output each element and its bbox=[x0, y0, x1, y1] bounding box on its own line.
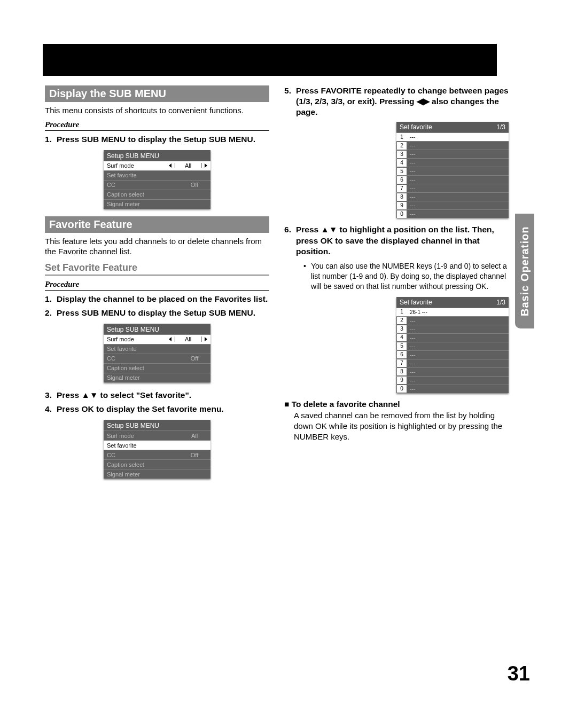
fav-title: Set favorite1/3 bbox=[396, 122, 509, 132]
fav-title: Set favorite1/3 bbox=[396, 297, 509, 308]
fav-row: 8--- bbox=[396, 367, 509, 376]
fav-row: 7--- bbox=[396, 359, 509, 367]
menu-row: Set favorite bbox=[104, 440, 210, 450]
set-favorite-list-1: Set favorite1/31---2---3---4---5---6---7… bbox=[396, 122, 509, 218]
fav-row: 6--- bbox=[396, 175, 509, 184]
fav-row: 9--- bbox=[396, 201, 509, 209]
menu-row: Signal meter bbox=[104, 373, 210, 382]
delete-heading: To delete a favorite channel bbox=[284, 400, 509, 409]
step-d: Press OK to display the Set favorite men… bbox=[45, 404, 269, 414]
set-favorite-list-2: Set favorite1/3126-1 ---2---3---4---5---… bbox=[396, 297, 509, 393]
step-c: Press ▲▼ to select "Set favorite". bbox=[45, 390, 269, 401]
menu-row: Surf modeAll bbox=[104, 334, 210, 344]
fav-row: 9--- bbox=[396, 376, 509, 385]
page-content: Display the SUB MENU This menu consists … bbox=[45, 85, 510, 486]
menu-row: Set favorite bbox=[104, 344, 210, 354]
fav-row: 3--- bbox=[396, 325, 509, 333]
side-tab-basic-operation: Basic Operation bbox=[515, 214, 534, 328]
fav-row: 126-1 --- bbox=[396, 308, 509, 316]
heading-display-sub-menu: Display the SUB MENU bbox=[45, 85, 269, 102]
step-6-text: Press ▲▼ to highlight a position on the … bbox=[296, 225, 494, 255]
menu-row: Caption select bbox=[104, 459, 210, 469]
menu-row: Signal meter bbox=[104, 469, 210, 479]
fav-row: 4--- bbox=[396, 158, 509, 167]
menu-row: Caption select bbox=[104, 190, 210, 199]
menu-row: Surf modeAll bbox=[104, 161, 210, 170]
favorite-intro: This feature lets you add channels to or… bbox=[45, 236, 269, 257]
menu-row: Signal meter bbox=[104, 199, 210, 209]
fav-row: 2--- bbox=[396, 141, 509, 150]
fav-row: 7--- bbox=[396, 184, 509, 192]
subheading-set-favorite: Set Favorite Feature bbox=[45, 262, 269, 276]
left-column: Display the SUB MENU This menu consists … bbox=[45, 85, 269, 486]
menu-row: Caption select bbox=[104, 363, 210, 373]
fav-row: 2--- bbox=[396, 316, 509, 325]
menu-row: Surf modeAll bbox=[104, 430, 210, 440]
fav-row: 6--- bbox=[396, 350, 509, 359]
fav-row: 3--- bbox=[396, 150, 509, 158]
step-a: Display the channel to be placed on the … bbox=[45, 294, 269, 304]
procedure-label-2: Procedure bbox=[45, 280, 269, 291]
fav-row: 4--- bbox=[396, 333, 509, 342]
menu-title: Setup SUB MENU bbox=[104, 324, 210, 334]
menu-title: Setup SUB MENU bbox=[104, 420, 210, 430]
setup-sub-menu-2: Setup SUB MENUSurf modeAllSet favoriteCC… bbox=[104, 324, 210, 382]
menu-row: CCOff bbox=[104, 354, 210, 363]
fav-row: 0--- bbox=[396, 385, 509, 393]
setup-sub-menu-1: Setup SUB MENUSurf modeAllSet favoriteCC… bbox=[104, 150, 210, 209]
step-5: Press FAVORITE repeatedly to change betw… bbox=[284, 85, 509, 118]
delete-body: A saved channel can be removed from the … bbox=[294, 410, 509, 443]
procedure-label: Procedure bbox=[45, 120, 269, 131]
heading-favorite-feature: Favorite Feature bbox=[45, 216, 269, 233]
fav-row: 1--- bbox=[396, 132, 509, 141]
right-column: Press FAVORITE repeatedly to change betw… bbox=[284, 85, 509, 486]
fav-row: 5--- bbox=[396, 342, 509, 350]
step-6: Press ▲▼ to highlight a position on the … bbox=[284, 224, 509, 291]
fav-row: 8--- bbox=[396, 192, 509, 201]
page-number: 31 bbox=[508, 662, 530, 685]
header-black-bar bbox=[43, 44, 497, 76]
menu-title: Setup SUB MENU bbox=[104, 150, 210, 161]
setup-sub-menu-3: Setup SUB MENUSurf modeAllSet favoriteCC… bbox=[104, 420, 210, 479]
step-b: Press SUB MENU to display the Setup SUB … bbox=[45, 308, 269, 318]
menu-row: CCOff bbox=[104, 450, 210, 459]
menu-row: Set favorite bbox=[104, 170, 210, 180]
fav-row: 0--- bbox=[396, 209, 509, 218]
intro-text: This menu consists of shortcuts to conve… bbox=[45, 105, 269, 116]
step-1: Press SUB MENU to display the Setup SUB … bbox=[45, 134, 269, 145]
step-6-note: You can also use the NUMBER keys (1-9 an… bbox=[306, 261, 509, 292]
fav-row: 5--- bbox=[396, 167, 509, 175]
menu-row: CCOff bbox=[104, 180, 210, 190]
